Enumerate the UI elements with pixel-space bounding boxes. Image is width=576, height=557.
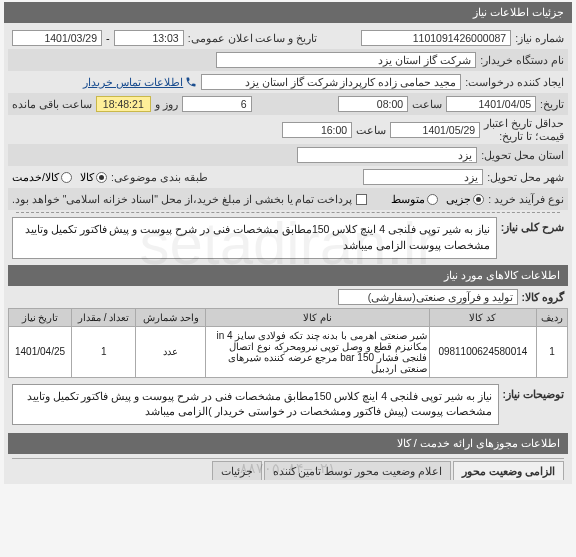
countdown-timer: 18:48:21	[96, 96, 151, 112]
phone-icon	[185, 76, 197, 88]
creator-label: ایجاد کننده درخواست:	[465, 76, 564, 88]
cred-time: 16:00	[282, 122, 352, 138]
col-qty: تعداد / مقدار	[72, 308, 136, 326]
row-notes: توضیحات نیاز: نیاز به شیر توپی فلنجی 4 ا…	[8, 382, 568, 428]
province-value: یزد	[297, 147, 477, 163]
tab-mandatory-status[interactable]: الزامی وضعیت محور	[453, 461, 564, 480]
time-value: 08:00	[338, 96, 408, 112]
cell-date: 1401/04/25	[9, 326, 72, 377]
col-name: نام کالا	[206, 308, 430, 326]
announce-date: 1401/03/29	[12, 30, 102, 46]
class-label: طبقه بندی موضوعی:	[111, 171, 208, 183]
cell-name: شیر صنعتی اهرمی با بدنه چند تکه فولادی س…	[206, 326, 430, 377]
creator-value: مجید حمامی زاده کارپرداز شرکت گاز استان …	[201, 74, 461, 90]
process-radio-group: جزیی متوسط	[391, 193, 484, 205]
payment-note: پرداخت تمام یا بخشی از مبلغ خرید،از محل …	[12, 193, 352, 205]
row-main-desc: شرح کلی نیاز: نیاز به شیر توپی فلنجی 4 ا…	[8, 215, 568, 261]
process-medium-label: متوسط	[391, 193, 425, 205]
class-service-radio[interactable]: کالا/خدمت	[12, 171, 72, 183]
notes-text: نیاز به شیر توپی فلنجی 4 اینچ کلاس 150مط…	[12, 384, 499, 426]
radio-icon	[473, 194, 484, 205]
row-credibility: حداقل تاریخ اعتبار قیمت؛ تا تاریخ: 1401/…	[8, 115, 568, 144]
row-date-time: تاریخ: 1401/04/05 ساعت 08:00 6 روز و 18:…	[8, 93, 568, 115]
radio-icon	[427, 194, 438, 205]
announce-label: تاریخ و ساعت اعلان عمومی:	[188, 32, 318, 44]
items-header: اطلاعات کالاهای مورد نیاز	[8, 265, 568, 286]
panel-body: شماره نیاز: 1101091426000087 تاریخ و ساع…	[4, 23, 572, 484]
cred-time-label: ساعت	[356, 124, 386, 136]
process-partial-radio[interactable]: جزیی	[446, 193, 484, 205]
city-label: شهر محل تحویل:	[487, 171, 564, 183]
contact-link-text: اطلاعات تماس خریدار	[83, 76, 183, 88]
buyer-label: نام دستگاه خریدار:	[480, 54, 564, 66]
row-province: استان محل تحویل: یزد	[8, 144, 568, 166]
need-no-value: 1101091426000087	[361, 30, 511, 46]
table-row[interactable]: 1 0981100624580014 شیر صنعتی اهرمی با بد…	[9, 326, 568, 377]
cred-until-label: حداقل تاریخ اعتبار قیمت؛ تا تاریخ:	[484, 117, 564, 142]
cell-qty: 1	[72, 326, 136, 377]
col-date: تاریخ نیاز	[9, 308, 72, 326]
class-goods-label: کالا	[80, 171, 94, 183]
days-label: روز و	[155, 98, 178, 110]
date-value: 1401/04/05	[446, 96, 536, 112]
province-label: استان محل تحویل:	[481, 149, 564, 161]
cred-date: 1401/05/29	[390, 122, 480, 138]
days-value: 6	[182, 96, 252, 112]
cell-code: 0981100624580014	[429, 326, 537, 377]
remain-label: ساعت باقی مانده	[12, 98, 92, 110]
city-value: یزد	[363, 169, 483, 185]
divider	[16, 212, 560, 213]
radio-icon	[96, 172, 107, 183]
group-value: تولید و فرآوری صنعتی(سفارشی)	[338, 289, 518, 305]
row-creator: ایجاد کننده درخواست: مجید حمامی زاده کار…	[8, 71, 568, 93]
table-header-row: ردیف کد کالا نام کالا واحد شمارش تعداد /…	[9, 308, 568, 326]
panel-title: جزئیات اطلاعات نیاز	[4, 2, 572, 23]
process-partial-label: جزیی	[446, 193, 471, 205]
time-label: ساعت	[412, 98, 442, 110]
main-panel: جزئیات اطلاعات نیاز شماره نیاز: 11010914…	[4, 2, 572, 484]
cell-idx: 1	[537, 326, 568, 377]
payment-checkbox[interactable]	[356, 194, 367, 205]
group-label: گروه کالا:	[522, 291, 564, 303]
radio-icon	[61, 172, 72, 183]
row-process: نوع فرآیند خرید : جزیی متوسط پرداخت تمام…	[8, 188, 568, 210]
class-service-label: کالا/خدمت	[12, 171, 59, 183]
row-group: گروه کالا: تولید و فرآوری صنعتی(سفارشی)	[8, 286, 568, 308]
process-medium-radio[interactable]: متوسط	[391, 193, 438, 205]
buyer-value: شرکت گاز استان یزد	[216, 52, 476, 68]
announce-time: 13:03	[114, 30, 184, 46]
row-city-class: شهر محل تحویل: یزد طبقه بندی موضوعی: کال…	[8, 166, 568, 188]
col-code: کد کالا	[429, 308, 537, 326]
col-row: ردیف	[537, 308, 568, 326]
contact-buyer-link[interactable]: اطلاعات تماس خریدار	[83, 76, 197, 88]
need-no-label: شماره نیاز:	[515, 32, 564, 44]
main-desc-label: شرح کلی نیاز:	[501, 217, 564, 233]
items-table: ردیف کد کالا نام کالا واحد شمارش تعداد /…	[8, 308, 568, 378]
footer-number: ۰۲۱–۸۸۷۰۵۰۸۴	[240, 460, 336, 476]
class-radio-group: کالا کالا/خدمت	[12, 171, 107, 183]
row-buyer: نام دستگاه خریدار: شرکت گاز استان یزد	[8, 49, 568, 71]
date-label: تاریخ:	[540, 98, 564, 110]
main-desc-text: نیاز به شیر توپی فلنجی 4 اینچ کلاس 150مط…	[12, 217, 497, 259]
process-label: نوع فرآیند خرید :	[488, 193, 564, 205]
licenses-header: اطلاعات مجوزهای ارائه خدمت / کالا	[8, 433, 568, 454]
notes-label: توضیحات نیاز:	[503, 384, 564, 400]
col-unit: واحد شمارش	[136, 308, 206, 326]
class-goods-radio[interactable]: کالا	[80, 171, 107, 183]
row-need-number: شماره نیاز: 1101091426000087 تاریخ و ساع…	[8, 27, 568, 49]
cell-unit: عدد	[136, 326, 206, 377]
